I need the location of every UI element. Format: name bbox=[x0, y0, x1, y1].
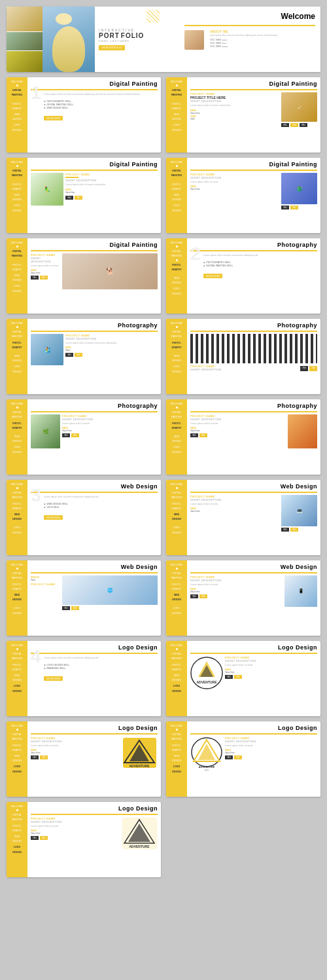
see-more-btn[interactable]: SEE MY WORK bbox=[203, 274, 222, 278]
s-photo: PHOTO-GRAPHY bbox=[167, 183, 186, 191]
left-section: PROJECT NAME SHORT DESCRIPTION Lorem ips… bbox=[31, 253, 60, 289]
project-image bbox=[288, 414, 317, 448]
see-more-btn[interactable]: SEE MY WORK bbox=[44, 676, 63, 681]
s-digital: DIGITALPAINTING bbox=[8, 572, 26, 580]
see-more-btn[interactable]: SEE MY WORK bbox=[44, 515, 63, 520]
logo-area: ADVENTURE bbox=[190, 656, 223, 693]
s-logo: LOGODESIGN bbox=[8, 284, 26, 293]
sidebar: WELCOME DIGITAL PAINTING PHOTO- GRAPHY W… bbox=[7, 77, 27, 153]
project-text: PROJECT NAME SHORT DESCRIPTION Lorem ips… bbox=[65, 334, 158, 365]
s-digital: DIGITALPAINTING bbox=[167, 249, 186, 261]
about-body: Lorem ipsum dolor sit amet consectetur a… bbox=[210, 34, 315, 37]
s-welcome: WELCOME bbox=[167, 563, 186, 570]
slide-title: Digital Painting bbox=[190, 161, 317, 168]
logo-area: ADVENTURE LIFE bbox=[190, 736, 223, 775]
divider bbox=[190, 572, 317, 573]
s-digital: DIGITALPAINTING bbox=[8, 652, 26, 661]
cover-portfolio-title: PORT FOLIO bbox=[99, 32, 175, 39]
project-layout: PROJECT NAME SHORT DESCRIPTION Lorem ips… bbox=[190, 173, 317, 209]
slide-content: Photography PROJECT NAME SHORT DESCRIPTI… bbox=[187, 319, 320, 394]
sidebar: WELCOME DIGITALPAINTING PHOTO-GRAPHY WEB… bbox=[7, 319, 27, 394]
s-logo: LOGODESIGN bbox=[167, 204, 186, 212]
s-web: WEBDESIGN bbox=[167, 276, 186, 285]
intro-content: Lorem ipsum dolor sit amet consectetur a… bbox=[44, 657, 158, 682]
slide-content: Web Design PROJECT NAME SHORT DESCRIPTIO… bbox=[187, 560, 320, 636]
s-photo: PHOTO-GRAPHY bbox=[167, 102, 186, 111]
intro-content: Lorem ipsum dolor sit amet consectetur a… bbox=[44, 496, 158, 521]
tag-bar: TAG TAG bbox=[65, 353, 158, 357]
svg-text:ADVENTURE: ADVENTURE bbox=[129, 764, 150, 768]
slide-title: Photography bbox=[190, 403, 317, 409]
s-photo: PHOTO-GRAPHY bbox=[167, 663, 186, 672]
sidebar: WELCOME DIGITALPAINTING PHOTO-GRAPHY WEB… bbox=[166, 641, 187, 716]
sidebar: WELCOME DIGITALPAINTING PHOTO-GRAPHY WEB… bbox=[7, 238, 27, 314]
s-web: WEBDESIGN bbox=[167, 354, 186, 363]
adventure-logo-svg: ADVENTURE bbox=[190, 656, 223, 690]
project-image: 🌐 bbox=[62, 575, 158, 605]
logo-area: ADVENTURE bbox=[122, 736, 158, 772]
slide-content: Digital Painting PROJECT NAME PROJECT TI… bbox=[187, 77, 320, 153]
slide-content: Logo Design ADVENTURE LIFE PROJECT NAME … bbox=[187, 721, 320, 797]
s-photo: PHOTO-GRAPHY bbox=[8, 263, 26, 272]
s-photo: PHOTO-GRAPHY bbox=[167, 263, 186, 274]
project-layout: 🏄 PROJECT NAME SHORT DESCRIPTION Lorem i… bbox=[31, 334, 158, 365]
s-web: WEBDESIGN bbox=[8, 354, 26, 363]
slide-title: Logo Design bbox=[31, 725, 158, 731]
s-photo: PHOTO-GRAPHY bbox=[8, 422, 26, 433]
project-image: 🦜 bbox=[31, 173, 63, 206]
s-digital: DIGITALPAINTING bbox=[8, 733, 26, 741]
see-more-btn[interactable]: SEE MY WORK bbox=[44, 116, 63, 120]
divider bbox=[31, 572, 158, 573]
project-layout: PROJECT NAME SHORT DESCRIPTION Lorem ips… bbox=[190, 495, 317, 532]
s-welcome: WELCOME bbox=[8, 402, 26, 408]
slide-content: Photography 🏄 PROJECT NAME SHORT DESCRIP… bbox=[27, 319, 161, 394]
slide-logo-adventure2: WELCOME DIGITALPAINTING PHOTO-GRAPHY WEB… bbox=[7, 721, 161, 797]
slide-title: Digital Painting bbox=[31, 242, 158, 248]
image-area bbox=[288, 414, 317, 448]
s-digital: DIGITALPAINTING bbox=[8, 249, 26, 261]
s-logo: LOGODESIGN bbox=[8, 765, 26, 776]
slide-title: Photography bbox=[190, 242, 317, 248]
s-photo: PHOTO-GRAPHY bbox=[167, 422, 186, 433]
s-welcome: WELCOME bbox=[8, 563, 26, 570]
slide-title: Photography bbox=[31, 403, 158, 409]
slide-content: Photography 🌿 PROJECT NAME SHORT DESCRIP… bbox=[27, 399, 161, 475]
slide-content: Digital Painting 🦜 PROJECT NAME SHORT DE… bbox=[27, 158, 161, 233]
skill-row-1: SKILL NAME ●●●●○ bbox=[210, 39, 315, 41]
project-text: PROJECT NAME SHORT DESCRIPTION Lorem ips… bbox=[62, 414, 158, 448]
cover-portrait-area bbox=[184, 30, 207, 50]
slide-webdesign-devices: WELCOME DIGITALPAINTING PHOTO-GRAPHY WEB… bbox=[166, 480, 320, 555]
port-text: PORT bbox=[99, 32, 120, 39]
project-layout: 🌿 PROJECT NAME SHORT DESCRIPTION Lorem i… bbox=[31, 414, 158, 448]
divider bbox=[31, 814, 158, 815]
sidebar: WELCOME DIGITALPAINTING PHOTO-GRAPHY WEB… bbox=[166, 238, 187, 314]
project-layout: PROJECT NAME SHORT DESCRIPTION Lorem ips… bbox=[31, 817, 158, 854]
cover-btn[interactable]: VIEW PORTFOLIO bbox=[99, 45, 125, 50]
s-photo: PHOTO-GRAPHY bbox=[8, 502, 26, 511]
cover-title-area: INTERACTIVE PORT FOLIO NAME LASTNAME VIE… bbox=[95, 7, 179, 72]
tag-bar: TAG TAG bbox=[281, 528, 317, 532]
s-logo: LOGODESIGN bbox=[8, 365, 26, 373]
slide-logo-intro: WELCOME DIGITALPAINTING PHOTO-GRAPHY WEB… bbox=[7, 641, 161, 716]
project-right: 🌐 TAG TAG bbox=[62, 575, 158, 610]
skill-row-2: SKILL NAME ●●●○○ bbox=[210, 42, 315, 45]
cover-main-photo bbox=[43, 7, 95, 72]
slide-title: Logo Design bbox=[31, 805, 158, 812]
s-welcome: WELCOME bbox=[167, 402, 186, 408]
s-logo: LOGODESIGN bbox=[167, 765, 186, 776]
image-area: 🏄 bbox=[31, 334, 63, 365]
folio-text: FOLIO bbox=[121, 32, 145, 39]
cover-photo-2 bbox=[7, 32, 43, 50]
divider bbox=[190, 331, 317, 332]
divider bbox=[190, 411, 317, 412]
s-welcome: WELCOME bbox=[167, 482, 186, 489]
slide-photography-zebra: WELCOME DIGITALPAINTING PHOTO-GRAPHY WEB… bbox=[166, 319, 320, 394]
s-web: WEBDESIGN bbox=[8, 435, 26, 443]
s-digital: DIGITALPAINTING bbox=[167, 410, 186, 419]
image-area: 💻 TAG TAG bbox=[281, 495, 317, 532]
adventure-life-logo1: ADVENTURE LIFE bbox=[190, 736, 223, 772]
svg-text:LIFE: LIFE bbox=[205, 769, 209, 772]
s-web: WEBDESIGN bbox=[8, 513, 26, 524]
slide-logo-adventure3: WELCOME DIGITALPAINTING PHOTO-GRAPHY WEB… bbox=[7, 802, 161, 877]
divider bbox=[190, 170, 317, 171]
